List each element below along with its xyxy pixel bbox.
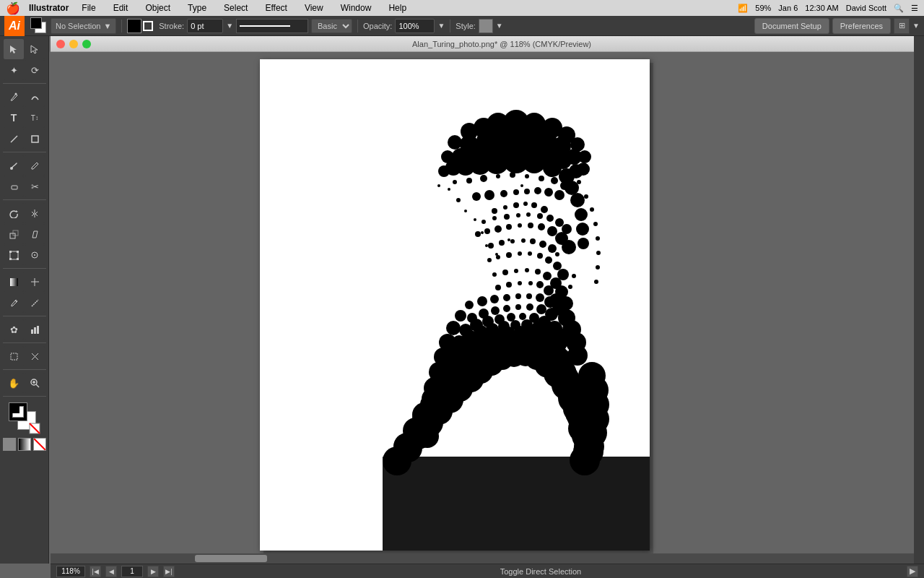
menu-select[interactable]: Select [219, 3, 252, 13]
separator-1 [121, 20, 122, 33]
rectangle-tool-btn[interactable] [25, 129, 45, 149]
blend-tools-row [4, 293, 45, 313]
curvature-tool-btn[interactable] [25, 87, 45, 107]
artboard-tool-btn[interactable] [4, 346, 24, 366]
pen-tool-btn[interactable] [4, 87, 24, 107]
svg-point-0 [14, 92, 17, 95]
stroke-stepper[interactable]: ▼ [226, 22, 233, 30]
symbol-sprayer-btn[interactable]: ✿ [4, 319, 24, 340]
status-expand-btn[interactable]: ▶ [907, 566, 918, 577]
menu-help[interactable]: Help [384, 3, 411, 13]
fill-stroke-swatch[interactable] [30, 17, 48, 35]
free-transform-tool-btn[interactable] [4, 245, 24, 265]
paintbrush-tool-btn[interactable] [4, 155, 24, 176]
type-tool-btn[interactable]: T [4, 108, 24, 128]
stroke-value-input[interactable] [187, 19, 223, 33]
rotate-tool-btn[interactable] [4, 203, 24, 223]
vertical-type-tool-btn[interactable]: T↕ [25, 108, 45, 128]
workspace-icon[interactable]: ⊞ [894, 18, 910, 34]
shear-tool-btn[interactable] [25, 224, 45, 244]
svg-point-87 [513, 189, 519, 195]
apple-menu[interactable]: 🍎 [6, 1, 20, 15]
menu-type[interactable]: Type [183, 3, 211, 13]
svg-rect-23 [37, 326, 39, 334]
preferences-button[interactable]: Preferences [832, 18, 891, 34]
svg-point-105 [555, 218, 564, 227]
reflect-tool-btn[interactable] [25, 203, 45, 223]
eraser-tool-btn[interactable] [4, 176, 24, 197]
svg-point-145 [528, 281, 533, 285]
tool-sep-1 [3, 83, 46, 84]
slice-tool-btn[interactable] [25, 346, 45, 366]
none-indicator[interactable] [29, 423, 40, 434]
lasso-tool-btn[interactable]: ⟳ [25, 60, 45, 80]
solid-fill-btn[interactable] [3, 438, 16, 451]
brush-preset-select[interactable]: Basic [311, 19, 352, 33]
last-page-btn[interactable]: ▶| [163, 566, 175, 577]
brush-stroke-preview[interactable] [236, 19, 308, 33]
svg-point-345 [596, 251, 601, 255]
tool-sep-2 [3, 152, 46, 152]
scissors-tool-btn[interactable]: ✂ [25, 176, 45, 197]
opacity-input[interactable] [395, 19, 435, 33]
svg-point-80 [525, 174, 529, 178]
foreground-color-swatch[interactable] [9, 402, 27, 421]
gradient-fill-btn[interactable] [18, 438, 31, 451]
select-tools-row [4, 39, 45, 59]
svg-point-110 [506, 224, 512, 230]
zoom-input[interactable] [56, 566, 85, 577]
hand-tool-btn[interactable]: ✋ [4, 373, 24, 393]
artboard[interactable] [260, 59, 650, 551]
page-number-input[interactable] [121, 566, 143, 577]
menu-view[interactable]: View [300, 3, 328, 13]
svg-point-183 [507, 313, 515, 322]
direct-selection-tool-btn[interactable] [25, 39, 45, 59]
svg-point-95 [523, 202, 528, 206]
window-title: Alan_Turing_photo.png* @ 118% (CMYK/Prev… [95, 40, 908, 48]
svg-line-28 [36, 384, 39, 387]
svg-point-101 [516, 213, 520, 217]
puppet-warp-btn[interactable] [25, 245, 45, 265]
line-tool-btn[interactable] [4, 129, 24, 149]
measure-tool-btn[interactable] [25, 293, 45, 313]
prev-page-btn[interactable]: ◀ [105, 566, 117, 577]
notification-icon[interactable]: ☰ [911, 4, 918, 13]
svg-line-20 [32, 300, 38, 306]
horizontal-scrollbar[interactable] [51, 553, 914, 564]
fill-color-box[interactable] [127, 19, 141, 33]
spotlight-icon[interactable]: 🔍 [894, 4, 904, 13]
minimize-button[interactable] [69, 40, 78, 48]
horizontal-scroll-thumb[interactable] [195, 555, 267, 562]
eyedropper-tool-btn[interactable] [4, 293, 24, 313]
svg-point-142 [495, 285, 501, 290]
none-fill-btn[interactable] [33, 438, 46, 451]
menu-file[interactable]: File [77, 3, 100, 13]
style-stepper[interactable]: ▼ [496, 22, 503, 30]
column-graph-btn[interactable] [25, 319, 45, 340]
status-info-text: Toggle Direct Selection [179, 567, 902, 576]
menu-object[interactable]: Object [141, 3, 175, 13]
svg-point-134 [502, 269, 508, 275]
document-setup-button[interactable]: Document Setup [754, 18, 829, 34]
menu-edit[interactable]: Edit [109, 3, 133, 13]
gradient-tool-btn[interactable] [4, 272, 24, 292]
app-name-menu[interactable]: Illustrator [29, 3, 69, 13]
maximize-button[interactable] [82, 40, 91, 48]
arrange-icon[interactable]: ▼ [912, 22, 920, 30]
mesh-tool-btn[interactable] [25, 272, 45, 292]
toolbox: ✦ ⟳ T T↕ ✂ [0, 36, 49, 564]
next-page-btn[interactable]: ▶ [147, 566, 159, 577]
style-box[interactable] [479, 19, 493, 33]
zoom-tool-btn[interactable] [25, 373, 45, 393]
selection-tool-btn[interactable] [4, 39, 24, 59]
menu-window[interactable]: Window [336, 3, 376, 13]
magic-wand-tool-btn[interactable]: ✦ [4, 60, 24, 80]
pencil-tool-btn[interactable] [25, 155, 45, 176]
first-page-btn[interactable]: |◀ [90, 566, 101, 577]
menu-effect[interactable]: Effect [261, 3, 291, 13]
scale-tool-btn[interactable] [4, 224, 24, 244]
close-button[interactable] [56, 40, 65, 48]
svg-point-343 [593, 222, 598, 226]
fill-box-area [127, 19, 153, 33]
opacity-stepper[interactable]: ▼ [437, 22, 445, 30]
